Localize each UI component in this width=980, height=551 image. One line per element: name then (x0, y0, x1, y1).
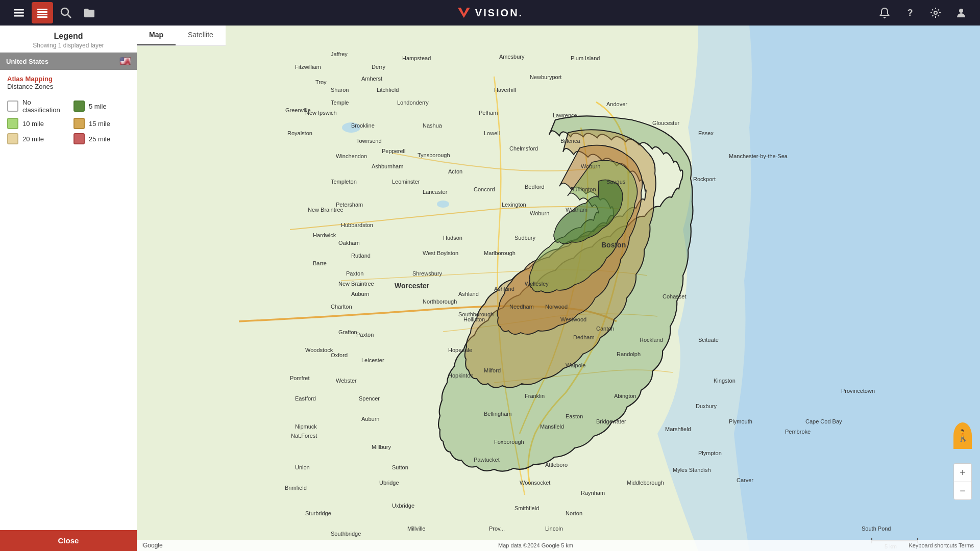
svg-text:Manchester-by-the-Sea: Manchester-by-the-Sea (729, 153, 788, 159)
svg-text:Fitzwilliam: Fitzwilliam (295, 64, 321, 70)
notification-icon[interactable] (874, 2, 895, 23)
svg-text:Pembroke: Pembroke (785, 429, 811, 435)
svg-text:Lexington: Lexington (502, 202, 526, 208)
svg-text:Easton: Easton (566, 413, 583, 419)
svg-text:Waltham: Waltham (566, 207, 587, 213)
svg-text:Lincoln: Lincoln (545, 525, 563, 532)
svg-rect-5 (37, 14, 47, 15)
svg-text:Foxborough: Foxborough (494, 439, 524, 445)
legend-item-25mi: 25 mile (74, 133, 130, 144)
atlas-title[interactable]: Atlas Mapping (7, 75, 130, 83)
svg-text:Kingston: Kingston (714, 378, 736, 384)
svg-text:Sturbridge: Sturbridge (305, 510, 331, 516)
svg-text:New Braintree: New Braintree (308, 207, 344, 213)
svg-point-12 (934, 11, 937, 14)
svg-text:Nipmuck: Nipmuck (295, 423, 317, 430)
svg-text:Leominster: Leominster (392, 179, 420, 185)
svg-text:Auburn: Auburn (351, 291, 369, 297)
menu-icon[interactable] (8, 2, 30, 23)
svg-text:Barre: Barre (313, 260, 327, 266)
svg-text:Bedford: Bedford (525, 184, 545, 190)
svg-text:Andover: Andover (606, 101, 627, 107)
map-background: Boston Worcester Troy Derry Hampstead Am… (137, 26, 980, 551)
user-icon[interactable] (950, 2, 972, 23)
svg-text:Raynham: Raynham (581, 490, 605, 496)
svg-text:Ashland: Ashland (458, 291, 479, 297)
legend-label-10mi: 10 mile (22, 120, 44, 128)
list-view-icon[interactable] (32, 2, 53, 23)
svg-text:Nat.Forest: Nat.Forest (291, 433, 317, 439)
legend-header: Legend Showing 1 displayed layer (0, 26, 137, 53)
main-content: Legend Showing 1 displayed layer United … (0, 26, 980, 551)
svg-text:Myles Standish: Myles Standish (673, 467, 711, 473)
svg-text:Franklin: Franklin (525, 393, 545, 399)
zoom-in-button[interactable]: + (953, 463, 972, 482)
svg-text:Scituate: Scituate (698, 337, 719, 343)
settings-icon[interactable] (925, 2, 946, 23)
svg-text:Newburyport: Newburyport (530, 74, 561, 80)
svg-text:Lawrence: Lawrence (553, 112, 577, 118)
svg-text:Northborough: Northborough (423, 298, 457, 305)
swatch-20mi (7, 133, 18, 144)
help-icon[interactable]: ? (899, 2, 921, 23)
svg-text:Burlington: Burlington (571, 186, 596, 192)
svg-text:Troy: Troy (315, 79, 327, 85)
svg-text:Nashua: Nashua (423, 122, 443, 129)
svg-text:Haverhill: Haverhill (494, 87, 516, 93)
svg-line-8 (68, 15, 71, 18)
svg-text:Woodstock: Woodstock (305, 347, 333, 353)
svg-text:Smithfield: Smithfield (514, 505, 539, 511)
svg-point-13 (959, 9, 963, 13)
svg-text:Ashburnham: Ashburnham (372, 163, 403, 169)
pegman-icon[interactable]: 🚶 (953, 422, 972, 449)
legend-item-5mi: 5 mile (74, 98, 130, 114)
svg-text:Oakham: Oakham (338, 240, 360, 246)
tab-satellite[interactable]: Satellite (176, 26, 226, 45)
legend-items: No classification 5 mile 10 mile 15 mile… (0, 93, 137, 149)
svg-text:Brookline: Brookline (351, 122, 375, 129)
svg-text:Millville: Millville (407, 525, 425, 532)
svg-text:Concord: Concord (474, 186, 495, 192)
svg-text:Ubridge: Ubridge (379, 480, 399, 486)
svg-text:Woburn: Woburn (581, 163, 600, 169)
map-copyright: Map data ©2024 Google 5 km (498, 542, 573, 548)
map-footer: Google Map data ©2024 Google 5 km Keyboa… (137, 540, 980, 551)
close-button[interactable]: Close (0, 530, 137, 551)
atlas-section: Atlas Mapping Distance Zones (0, 70, 137, 93)
svg-text:Holliston: Holliston (463, 316, 485, 322)
svg-text:Mansfield: Mansfield (540, 423, 564, 430)
top-navigation: VISION. ? (0, 0, 980, 26)
map-area[interactable]: Map Satellite (137, 26, 980, 551)
legend-label-25mi: 25 mile (89, 135, 110, 143)
map-terms[interactable]: Keyboard shortcuts Terms (909, 542, 974, 548)
svg-text:Amesbury: Amesbury (499, 54, 525, 60)
svg-text:Canton: Canton (596, 325, 614, 332)
svg-text:Norton: Norton (566, 510, 582, 516)
svg-text:Hudson: Hudson (443, 235, 462, 241)
svg-text:Pepperell: Pepperell (382, 148, 405, 154)
svg-text:Marlborough: Marlborough (484, 250, 516, 256)
search-icon[interactable] (55, 2, 77, 23)
svg-text:Bellingham: Bellingham (484, 411, 511, 417)
folder-icon[interactable] (79, 2, 100, 23)
svg-text:Woburn: Woburn (530, 210, 549, 216)
legend-item-10mi: 10 mile (7, 118, 63, 129)
swatch-5mi (74, 101, 85, 112)
svg-text:Ashland: Ashland (494, 286, 514, 292)
svg-text:Hampstead: Hampstead (402, 55, 431, 61)
svg-text:Rockport: Rockport (693, 176, 716, 182)
svg-text:Abington: Abington (614, 393, 636, 399)
svg-text:Randolph: Randolph (617, 351, 641, 357)
svg-marker-9 (458, 8, 470, 18)
svg-text:Hubbardston: Hubbardston (341, 222, 373, 228)
svg-text:Leicester: Leicester (361, 357, 384, 363)
nav-right: ? (874, 2, 972, 23)
svg-text:Needham: Needham (509, 304, 534, 310)
svg-text:Templeton: Templeton (331, 179, 357, 185)
svg-text:Auburn: Auburn (361, 416, 379, 422)
svg-text:South Pond: South Pond (862, 525, 891, 532)
zoom-out-button[interactable]: − (953, 482, 972, 500)
tab-map[interactable]: Map (137, 26, 176, 45)
svg-text:Attleboro: Attleboro (545, 462, 568, 468)
legend-item-15mi: 15 mile (74, 118, 130, 129)
